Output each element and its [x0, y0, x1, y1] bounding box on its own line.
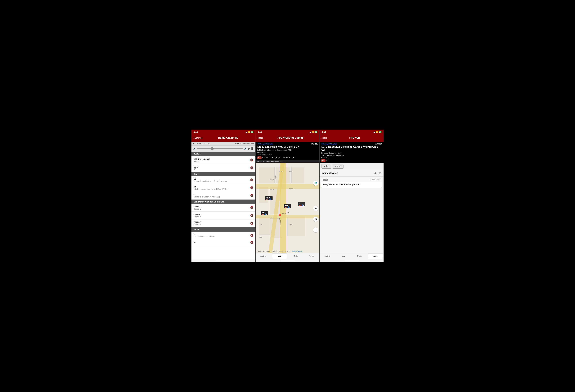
div-marker-diva: DIVA 🚒0 👤0 — [284, 204, 291, 208]
tab-bar-2: Activity Map Units Notes — [256, 253, 320, 260]
channel-b1[interactable]: B1 Icecast Server Feed from Barix Instre… — [192, 176, 255, 184]
incident-sub3-3: CMD: B1 — [321, 157, 382, 159]
wifi-icon-3: 📶 — [376, 131, 378, 133]
parcel-num: 6327 — [289, 188, 292, 189]
map-scale-row: Map Scale: 1495.8434134624067 — [256, 160, 320, 163]
tab-bar-3: Activity Map Units Notes — [320, 253, 383, 260]
parcel-num: 11861 — [259, 237, 262, 238]
map-parcel — [288, 217, 305, 237]
mute-icon[interactable]: 🔇 — [250, 206, 253, 209]
units-list-2: E3, D3, T1, BC1, E4, E8, E6, E7, BC2, E1 — [262, 157, 295, 159]
settings-back-btn[interactable]: ‹ Settings — [193, 136, 203, 139]
parcel-num: 11916 — [270, 179, 274, 180]
settings-label[interactable]: Settings — [194, 136, 203, 139]
mute-icon[interactable]: 🔇 — [250, 178, 253, 181]
map-parcel — [259, 167, 275, 183]
incident-pin: 📍 — [277, 214, 283, 218]
volume-thumb[interactable] — [211, 147, 214, 150]
channel-name: CalFire - Special — [193, 158, 210, 160]
caller-btn[interactable]: Caller — [333, 164, 344, 169]
tab-activity-3[interactable]: Activity — [320, 253, 335, 259]
volume-slider[interactable] — [197, 148, 243, 149]
powered-by-esri[interactable]: Powered by Esri — [292, 251, 302, 252]
adjust-volume-label[interactable]: ◀ Adjust Channel Volume — [235, 143, 254, 145]
units-row-2: OS E3, D3, T1, BC1, E4, E8, E6, E7, BC2,… — [257, 156, 318, 159]
map-area[interactable]: Ohio St San Pablo Ave Conlon Ave 11940 6… — [256, 163, 320, 253]
status-bar-1: 3:44 📶 65 — [192, 130, 255, 134]
mute-icon[interactable]: 🔇 — [250, 194, 253, 197]
tab-map-3[interactable]: Map — [336, 253, 351, 259]
channel-b5[interactable]: B5 🔇 — [192, 240, 255, 246]
mute-icon[interactable]: 🔇 — [250, 234, 253, 237]
channel-czu[interactable]: CZU CZU 🔇 — [192, 164, 255, 172]
note-entry-1: CAD 03/20 15:45:10 [wick] Fire on B/C co… — [321, 178, 382, 188]
tc-number-2[interactable]: TC # : 1678995118 — [257, 143, 273, 145]
mute-icon[interactable]: 🔇 — [250, 166, 253, 170]
signal-icon-3 — [373, 131, 375, 133]
home-indicator-2 — [256, 260, 320, 262]
parcel-num: 11916 — [270, 189, 274, 190]
status-bar-3: 3:45 📶 65 — [320, 130, 383, 134]
section-san-mateo: San Mateo County Command — [192, 199, 255, 204]
parcel-num: 6327 — [292, 188, 295, 189]
add-note-btn[interactable]: ⊕ — [374, 171, 377, 175]
tab-activity-2[interactable]: Activity — [256, 253, 271, 259]
map-layers-toggle-btn[interactable]: ⊞ — [313, 217, 318, 222]
play-pause-btn[interactable]: ▶⏸ — [248, 147, 254, 151]
tab-notes-2[interactable]: Notes — [304, 253, 319, 259]
back-chevron-icon: ‹ — [193, 136, 194, 139]
parcel-num: 11940 — [279, 171, 283, 172]
channel-cntl1[interactable]: CNTL-1 Control 1 🔇 — [192, 204, 255, 212]
back-btn-2[interactable]: ‹ Back — [257, 136, 263, 139]
os-badge-3: OS — [321, 159, 325, 162]
signal-icon-1 — [245, 131, 247, 133]
map-parcel — [259, 187, 268, 203]
map-compass-btn[interactable]: ➤ — [313, 206, 318, 211]
home-indicator-1 — [192, 260, 255, 262]
incident-sub3-2: TAC: B4 CMD: B3 — [257, 154, 318, 156]
back-chevron-icon-2: ‹ — [257, 136, 258, 139]
channel-b4[interactable]: B4 LOUD - https://wxradio.org/HI-Maui-WW… — [192, 184, 255, 192]
incident-sub1-3: Embassy Suites by Hilton — [321, 152, 382, 154]
section-east: East — [192, 172, 255, 176]
tab-units-3[interactable]: Units — [352, 253, 367, 259]
road-horizontal — [256, 215, 320, 218]
back-chevron-icon-3: ‹ — [321, 136, 322, 139]
div-marker-divc: DIVC 🚒0 👤0 — [261, 211, 268, 215]
status-bar-2: 3:49 📶 65 — [256, 130, 320, 134]
mute-icon[interactable]: 🔇 — [250, 222, 253, 225]
back-label-2[interactable]: Back — [258, 136, 263, 139]
nav-bar-3: ‹ Back Fire-Veh — [320, 134, 383, 142]
map-attribution: Esri Community Maps Contributors, Source… — [257, 251, 302, 252]
status-icons-1: 📶 65 — [245, 131, 253, 133]
units-row-3: OS E2 — [321, 159, 382, 162]
tab-map-2[interactable]: Map — [272, 253, 287, 259]
channel-cntl2[interactable]: CNTL-2 Control 2 🔇 — [192, 212, 255, 219]
channel-calfire-special[interactable]: CalFire - Special Special 🔇 — [192, 156, 255, 164]
back-label-3[interactable]: Back — [322, 136, 327, 139]
map-move-btn[interactable]: ✦ — [313, 227, 318, 232]
back-btn-3[interactable]: ‹ Back — [321, 136, 327, 139]
mute-icon[interactable]: 🔇 — [250, 158, 253, 162]
tc-row-3: TC # : 1679351818 00:08:20 — [321, 143, 382, 145]
stream-start-stop[interactable]: ▶II start / stop straming — [193, 143, 210, 145]
channel-c2[interactable]: C2 Control 2 - Harrison (MP3 via S3) 🔇 — [192, 192, 255, 199]
screen-radio-channels: 3:44 📶 65 ‹ Settings Radio Channels — [192, 130, 255, 262]
mute-icon[interactable]: 🔇 — [250, 214, 253, 217]
battery-2: 65 — [314, 131, 317, 133]
vol-down-icon[interactable]: 🔉 — [193, 148, 196, 150]
vol-up-icon[interactable]: 🔊 — [244, 148, 247, 150]
mute-icon[interactable]: 🔇 — [250, 186, 253, 189]
mute-icon[interactable]: 🔇 — [250, 241, 253, 244]
prior-caller-row: Prior Caller — [320, 163, 383, 170]
os-badge-2: OS — [257, 156, 262, 159]
tc-number-3[interactable]: TC # : 1679351818 — [321, 143, 336, 145]
tab-units-2[interactable]: Units — [288, 253, 303, 259]
channel-b3[interactable]: B3 Also Available on 89.5MHz 🔇 — [192, 232, 255, 240]
channel-cntl3[interactable]: CNTL-3 Control 3 🔇 — [192, 219, 255, 227]
tab-notes-3[interactable]: Notes — [368, 253, 383, 259]
delete-note-btn[interactable]: 🗑 — [379, 171, 382, 175]
screen2-content: TC # : 1678995118 99:17:21 11900 San Pab… — [256, 142, 320, 260]
prior-btn[interactable]: Prior — [321, 164, 331, 169]
status-icons-3: 📶 65 — [373, 131, 382, 133]
